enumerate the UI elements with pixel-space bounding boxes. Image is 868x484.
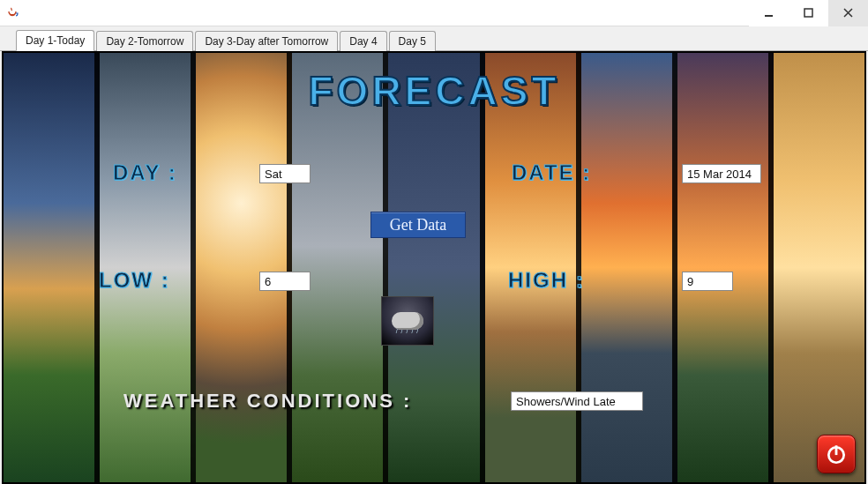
maximize-button[interactable] (789, 0, 828, 26)
tab-bar: Day 1-Today Day 2-Tomorrow Day 3-Day aft… (0, 26, 868, 51)
tab-day5[interactable]: Day 5 (389, 31, 436, 51)
low-label: LOW : (99, 268, 170, 293)
minimize-button[interactable] (749, 0, 789, 26)
day-value: Sat (259, 164, 311, 183)
date-label: DATE : (512, 160, 591, 185)
high-value: 9 (682, 272, 733, 291)
tab-day4[interactable]: Day 4 (340, 31, 386, 51)
power-button[interactable] (817, 435, 856, 473)
svg-rect-3 (835, 445, 838, 455)
conditions-value: Showers/Wind Late (511, 391, 643, 411)
tab-day1[interactable]: Day 1-Today (16, 30, 94, 51)
tab-day2[interactable]: Day 2-Tomorrow (96, 31, 193, 51)
page-title: FORECAST (4, 67, 864, 115)
svg-rect-0 (765, 15, 773, 17)
forecast-panel: FORECAST DAY : Sat DATE : 15 Mar 2014 Ge… (2, 51, 866, 484)
high-label: HIGH : (508, 268, 585, 293)
tab-day3[interactable]: Day 3-Day after Tomorrow (195, 31, 338, 51)
get-data-button[interactable]: Get Data (370, 212, 466, 238)
svg-rect-1 (804, 9, 812, 17)
java-icon (5, 6, 19, 20)
day-label: DAY : (113, 160, 177, 185)
titlebar (0, 0, 868, 26)
close-button[interactable] (828, 0, 868, 26)
power-icon (825, 443, 848, 465)
conditions-label: WEATHER CONDITIONS : (123, 390, 412, 413)
low-value: 6 (259, 272, 311, 291)
showers-icon: / / / / / (381, 296, 434, 346)
date-value: 15 Mar 2014 (682, 164, 761, 183)
